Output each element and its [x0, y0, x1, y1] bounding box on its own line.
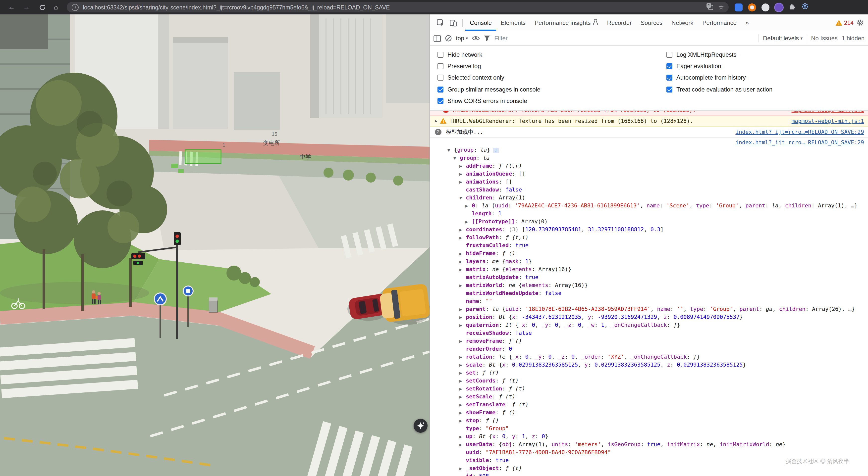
source-link[interactable]: index.html?_ijt=rcro…=RELOAD_ON_SAVE:29 — [735, 129, 864, 135]
expand-arrow-icon[interactable]: ▶ — [459, 361, 466, 369]
tree-line[interactable]: ▶followPath: ƒ (t,i) — [430, 234, 868, 242]
expand-arrow-icon[interactable]: ▶ — [459, 353, 466, 361]
bookmark-star-icon[interactable]: ☆ — [718, 3, 724, 11]
tree-line[interactable]: ▶showFrame: ƒ () — [430, 409, 868, 417]
forward-button[interactable]: → — [23, 0, 30, 14]
ai-assistant-button[interactable] — [413, 419, 428, 433]
checkbox[interactable] — [437, 87, 443, 93]
extension-icon-blue[interactable] — [735, 3, 743, 11]
tree-line[interactable]: ▶addFrame: ƒ (t,r) — [430, 162, 868, 170]
expand-arrow-icon[interactable]: ▶ — [459, 162, 466, 170]
tree-line[interactable]: ▶parent: la {uuid: '18E1078E-62B2-4B65-A… — [430, 305, 868, 313]
expand-arrow-icon[interactable]: ▶ — [459, 226, 466, 234]
filter-input[interactable]: Filter — [494, 35, 507, 42]
more-tabs-chevron[interactable]: » — [741, 15, 753, 31]
profile-avatar[interactable] — [775, 3, 783, 11]
tab-recorder[interactable]: Recorder — [603, 15, 636, 31]
tree-line[interactable]: ▶stop: ƒ () — [430, 417, 868, 425]
tree-line[interactable]: ▶userData: {obj: Array(1), units: 'meter… — [430, 441, 868, 449]
tree-line[interactable]: ▶setCoords: ƒ (t) — [430, 377, 868, 385]
city-scene-viewport[interactable]: 变电所 中学 15 1 — [0, 14, 430, 476]
console-error-row-clipped[interactable]: THREE.WebGLRenderer: Texture has been re… — [430, 111, 868, 116]
console-sidebar-icon[interactable] — [434, 35, 441, 41]
expand-arrow-icon[interactable]: ▶ — [459, 305, 466, 313]
reload-button[interactable] — [39, 4, 46, 11]
translate-icon[interactable] — [706, 3, 713, 12]
expand-arrow-icon[interactable]: ▼ — [454, 154, 460, 162]
expand-arrow-icon[interactable]: ▶ — [459, 369, 466, 377]
expand-arrow-icon[interactable]: ▶ — [459, 170, 466, 178]
expand-arrow-icon[interactable]: ▶ — [459, 250, 466, 258]
tree-line[interactable]: ▶removeFrame: ƒ () — [430, 337, 868, 345]
tree-line[interactable]: ▶layers: me {mask: 1} — [430, 258, 868, 266]
expand-arrow-icon[interactable]: ▶ — [459, 321, 466, 329]
expand-arrow-icon[interactable]: ▶ — [465, 202, 472, 210]
checkbox-selected-context-only[interactable]: Selected context only — [437, 72, 666, 84]
device-toolbar-icon[interactable] — [449, 18, 458, 27]
checkbox-treat-code-evaluation-as-user-action[interactable]: Treat code evaluation as user action — [666, 83, 868, 95]
tree-line[interactable]: ▼children: Array(1) — [430, 194, 868, 202]
expand-arrow-icon[interactable]: ▶ — [459, 441, 466, 449]
inspect-cursor-icon[interactable] — [436, 18, 445, 27]
expand-arrow-icon[interactable]: ▼ — [447, 146, 454, 154]
tab-network[interactable]: Network — [667, 15, 698, 31]
tree-line[interactable]: ▶position: Bt {x: -343437.6231212035, y:… — [430, 313, 868, 321]
checkbox-log-xmlhttprequests[interactable]: Log XMLHttpRequests — [666, 49, 868, 61]
expand-arrow-icon[interactable]: ▶ — [459, 377, 466, 385]
tree-line[interactable]: ▶setRotation: ƒ (t) — [430, 385, 868, 393]
checkbox[interactable] — [666, 52, 673, 58]
source-link[interactable]: mapmost-webgl-min.js:1 — [792, 118, 864, 124]
expand-arrow-icon[interactable]: ▶ — [459, 178, 466, 186]
checkbox[interactable] — [666, 87, 673, 93]
expand-arrow-icon[interactable]: ▶ — [465, 218, 472, 226]
checkbox-show-cors-errors-in-console[interactable]: Show CORS errors in console — [437, 95, 666, 107]
checkbox[interactable] — [666, 63, 673, 69]
source-link[interactable]: index.html?_ijt=rcro…=RELOAD_ON_SAVE:29 — [735, 139, 864, 146]
tree-line[interactable]: ▶animations: [] — [430, 178, 868, 186]
expand-arrow-icon[interactable]: ▶ — [459, 401, 466, 409]
devtools-settings-gear[interactable] — [857, 19, 864, 26]
no-issues-label[interactable]: No Issues — [811, 35, 838, 42]
live-expression-eye-icon[interactable] — [472, 35, 480, 41]
expand-arrow-icon[interactable]: ▶ — [459, 433, 466, 441]
tab-elements[interactable]: Elements — [496, 15, 530, 31]
extension-icon-orange[interactable] — [748, 3, 756, 11]
checkbox[interactable] — [666, 75, 673, 81]
expand-arrow-icon[interactable]: ▶ — [459, 234, 466, 242]
expand-arrow-icon[interactable]: ▶ — [459, 266, 466, 274]
extensions-puzzle-icon[interactable] — [788, 2, 796, 12]
source-link[interactable]: mapmost-webgl-min.js:1 — [792, 111, 864, 113]
site-info-icon[interactable]: i — [72, 4, 79, 11]
extension-icon-gray[interactable] — [762, 3, 770, 11]
checkbox[interactable] — [437, 98, 443, 104]
tab-console[interactable]: Console — [465, 15, 496, 31]
tab-performance-insights[interactable]: Performance insights — [530, 15, 602, 31]
hidden-messages-label[interactable]: 1 hidden — [842, 35, 865, 42]
expand-arrow-icon[interactable]: ▶ — [459, 465, 466, 473]
expand-arrow-icon[interactable]: ▼ — [459, 194, 466, 202]
console-log-row[interactable]: 2 模型加载中... index.html?_ijt=rcro…=RELOAD_… — [430, 127, 868, 138]
tree-line[interactable]: ▶setScale: ƒ (t) — [430, 393, 868, 401]
tree-line[interactable]: ▶[[Prototype]]: Array(0) — [430, 218, 868, 226]
clear-console-icon[interactable] — [445, 35, 452, 42]
tree-line[interactable]: ▶scale: Bt {x: 0.029913832363585125, y: … — [430, 361, 868, 369]
tree-line[interactable]: ▶_setObject: ƒ (t) — [430, 465, 868, 473]
omnibox[interactable]: i localhost:63342/sipsd/sharing/city-sce… — [67, 2, 729, 12]
url-text[interactable]: localhost:63342/sipsd/sharing/city-scene… — [83, 4, 701, 10]
home-button[interactable]: ⌂ — [54, 0, 58, 14]
expand-arrow-icon[interactable]: ▶ — [459, 281, 466, 290]
checkbox-hide-network[interactable]: Hide network — [437, 49, 666, 61]
tab-performance[interactable]: Performance — [698, 15, 741, 31]
tree-line[interactable]: ▶0: la {uuid: '79AA2E4C-ACE7-4236-AB81-6… — [430, 202, 868, 210]
expand-arrow-icon[interactable]: ▶ — [459, 393, 466, 401]
tree-line[interactable]: ▶setTranslate: ƒ (t) — [430, 401, 868, 409]
checkbox-group-similar-messages-in-console[interactable]: Group similar messages in console — [437, 83, 666, 95]
tree-line[interactable]: ▶hideFrame: ƒ () — [430, 250, 868, 258]
back-button[interactable]: ← — [8, 0, 15, 14]
checkbox-autocomplete-from-history[interactable]: Autocomplete from history — [666, 72, 868, 84]
expand-arrow-icon[interactable]: ▶ — [459, 409, 466, 417]
default-levels-dropdown[interactable]: Default levels ▾ — [763, 35, 803, 42]
checkbox-preserve-log[interactable]: Preserve log — [437, 61, 666, 72]
tree-line[interactable]: ▶animationQueue: [] — [430, 170, 868, 178]
tree-line[interactable]: ▶rotation: fe {_x: 0, _y: 0, _z: 0, _ord… — [430, 353, 868, 361]
